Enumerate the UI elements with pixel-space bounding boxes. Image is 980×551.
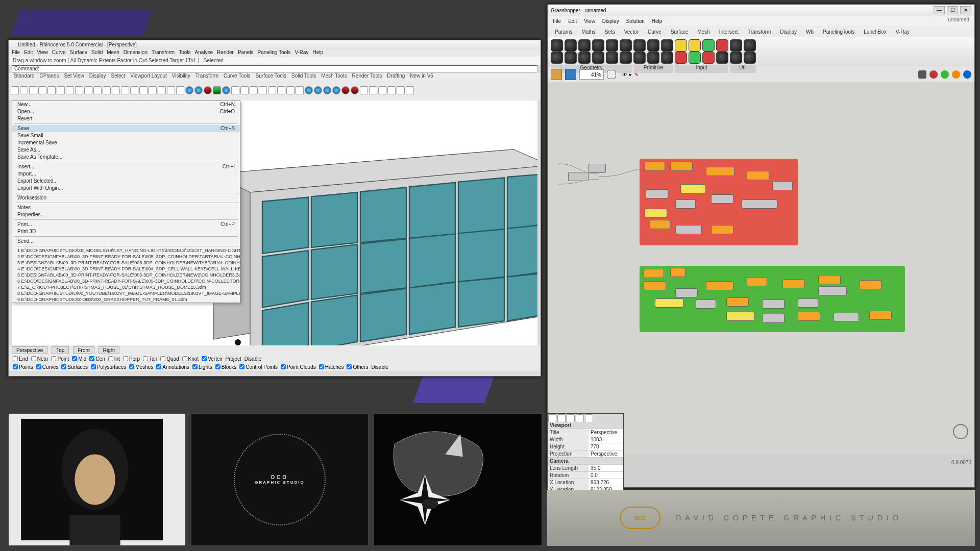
- tool-save-icon[interactable]: [29, 86, 37, 94]
- param-circle-icon[interactable]: [578, 39, 591, 52]
- osnap-project[interactable]: Project: [226, 356, 241, 362]
- gh-component[interactable]: [675, 225, 702, 234]
- gh-component[interactable]: [670, 162, 693, 171]
- file-exportsel[interactable]: Export Selected...: [12, 178, 240, 185]
- gtab-intersect[interactable]: Intersect: [716, 28, 742, 36]
- file-import[interactable]: Import...: [12, 170, 240, 178]
- recent-4[interactable]: 4 E:\DCO\DESIGNFABLAB\00_3D-PRINT-READY-…: [12, 266, 240, 272]
- file-exportorigin[interactable]: Export With Origin...: [12, 185, 240, 192]
- vtab-front[interactable]: Front: [73, 346, 94, 354]
- param-curve-icon[interactable]: [592, 39, 604, 52]
- osnap-point[interactable]: Point: [51, 356, 69, 362]
- file-print[interactable]: Print...Ctrl+P: [12, 221, 240, 228]
- menu-help[interactable]: Help: [313, 49, 324, 57]
- menu-panelingtools[interactable]: Paneling Tools: [258, 49, 291, 57]
- gh-component[interactable]: [762, 299, 785, 309]
- maximize-button[interactable]: ☐: [947, 6, 958, 14]
- props-light-icon[interactable]: [576, 414, 584, 422]
- gtab-panelingtools[interactable]: PanelingTools: [820, 28, 857, 36]
- tool-sphere2-icon[interactable]: [194, 86, 203, 94]
- sf-lights[interactable]: Lights: [192, 364, 212, 370]
- osnap-quad[interactable]: Quad: [160, 356, 179, 362]
- file-dropdown-menu[interactable]: New...Ctrl+N Open...Ctrl+O Revert SaveCt…: [12, 101, 240, 303]
- tab-vplayout[interactable]: Viewport Layout: [128, 73, 169, 80]
- tool-box-icon[interactable]: [213, 86, 221, 94]
- util-jump-icon[interactable]: [744, 52, 756, 64]
- prim-num-icon[interactable]: [661, 39, 673, 52]
- tool-rect-icon[interactable]: [268, 86, 276, 94]
- tab-newv5[interactable]: New in V5: [408, 73, 435, 80]
- gtab-wb[interactable]: Wb: [803, 28, 817, 36]
- file-open[interactable]: Open...Ctrl+O: [12, 108, 240, 115]
- input-knob-icon[interactable]: [675, 52, 687, 64]
- tool-arc-icon[interactable]: [259, 86, 267, 94]
- prim-bool-icon[interactable]: [633, 39, 646, 52]
- tool-solid4-icon[interactable]: [332, 86, 340, 94]
- menu-dimension[interactable]: Dimension: [124, 49, 148, 57]
- file-save[interactable]: SaveCtrl+S: [12, 125, 240, 132]
- gh-menu-view[interactable]: View: [584, 18, 595, 24]
- tool-paste-icon[interactable]: [84, 86, 92, 94]
- prim-colour-icon[interactable]: [647, 52, 659, 64]
- gh-group-green[interactable]: [640, 266, 905, 332]
- osnap-disable[interactable]: Disable: [244, 356, 261, 362]
- recent-9[interactable]: 9 E:\DCO-GRAPHICSTUDIO\Z-OBS\200_GRASSHO…: [12, 296, 240, 303]
- tool-matred-icon[interactable]: [204, 86, 212, 94]
- tool-text-icon[interactable]: [286, 86, 295, 94]
- tab-display[interactable]: Display: [87, 73, 108, 80]
- gh-selonly-icon[interactable]: [952, 70, 960, 79]
- gh-component[interactable]: [726, 297, 749, 307]
- tool-copy-icon[interactable]: [75, 86, 83, 94]
- tab-standard[interactable]: Standard: [12, 73, 37, 80]
- osnap-tan[interactable]: Tan: [143, 356, 157, 362]
- gh-component[interactable]: [859, 280, 881, 289]
- recent-3[interactable]: 3 E:\DESIGNFABLAB\00_3D-PRINT-READY-FOR-…: [12, 260, 240, 266]
- vtab-top[interactable]: Top: [52, 346, 69, 354]
- tool-vray2-icon[interactable]: [351, 86, 359, 94]
- prim-text-icon[interactable]: [633, 52, 646, 64]
- input-more-icon[interactable]: [716, 52, 728, 64]
- osnap-near[interactable]: Near: [31, 356, 48, 362]
- recent-1[interactable]: 1 E:\DCO-GRAPHICSTUDIO\2E_MODELS\19\CST_…: [12, 247, 240, 254]
- tab-drafting[interactable]: Drafting: [385, 73, 407, 80]
- gtab-vray[interactable]: V-Ray: [893, 28, 913, 36]
- gh-component[interactable]: [772, 181, 793, 190]
- param-box-icon[interactable]: [592, 52, 604, 64]
- tool-prop-icon[interactable]: [167, 86, 175, 94]
- param-surface-icon[interactable]: [620, 39, 632, 52]
- close-button[interactable]: ✕: [960, 6, 971, 14]
- sf-curves[interactable]: Curves: [36, 364, 59, 370]
- gh-shade-icon[interactable]: [918, 70, 926, 79]
- menu-vray[interactable]: V-Ray: [295, 49, 308, 57]
- file-incsave[interactable]: Incremental Save: [12, 139, 240, 146]
- param-mesh-icon[interactable]: [565, 52, 577, 64]
- param-brep-icon[interactable]: [551, 52, 563, 64]
- gtab-transform[interactable]: Transform: [745, 28, 774, 36]
- gh-component[interactable]: [747, 277, 767, 286]
- osnap-perp[interactable]: Perp: [123, 356, 140, 362]
- menu-render[interactable]: Render: [217, 49, 234, 57]
- gtab-maths[interactable]: Maths: [578, 28, 598, 36]
- recent-7[interactable]: 7 E:\Z_CRICUT-PROJECT\CHRISTMAS_HOUSE_01…: [12, 284, 240, 290]
- tool-shade-icon[interactable]: [130, 86, 138, 94]
- prop-xloc-value[interactable]: 963.726: [589, 479, 623, 486]
- gh-component[interactable]: [670, 268, 685, 277]
- props-obj-icon[interactable]: [548, 414, 556, 422]
- tool-open-icon[interactable]: [20, 86, 28, 94]
- gh-bump-icon[interactable]: [963, 70, 971, 79]
- tool-redo-icon[interactable]: [57, 86, 65, 94]
- gh-zoom-input[interactable]: [579, 69, 604, 80]
- gtab-surface[interactable]: Surface: [668, 28, 691, 36]
- sketch-icon[interactable]: ✎: [634, 72, 639, 78]
- file-new[interactable]: New...Ctrl+N: [12, 101, 240, 108]
- param-geometry-icon[interactable]: [578, 52, 591, 64]
- file-insert[interactable]: Insert...Ctrl+I: [12, 163, 240, 170]
- input-graph-icon[interactable]: [702, 52, 715, 64]
- osnap-int[interactable]: Int: [108, 356, 120, 362]
- selection-filter-bar[interactable]: Points Curves Surfaces Polysurfaces Mesh…: [9, 363, 541, 371]
- osnap-end[interactable]: End: [13, 356, 28, 362]
- tab-solidtools[interactable]: Solid Tools: [289, 73, 318, 80]
- command-input[interactable]: Command:: [12, 65, 537, 72]
- tab-cplanes[interactable]: CPlanes: [38, 73, 61, 80]
- zoom-extents-icon[interactable]: [607, 70, 616, 79]
